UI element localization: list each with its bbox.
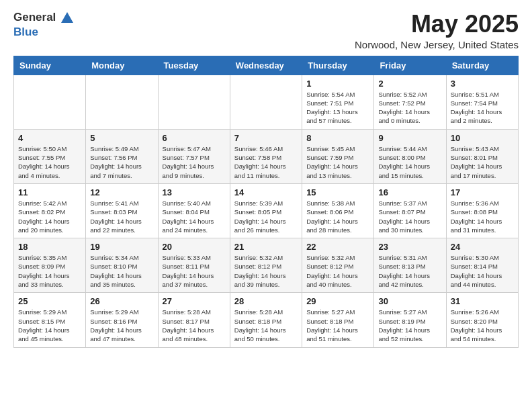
day-number: 8: [306, 133, 369, 143]
cell-info: Sunrise: 5:51 AM Sunset: 7:54 PM Dayligh…: [451, 90, 514, 126]
calendar-cell: 1Sunrise: 5:54 AM Sunset: 7:51 PM Daylig…: [302, 75, 374, 129]
calendar-cell: 27Sunrise: 5:28 AM Sunset: 8:17 PM Dayli…: [158, 293, 230, 347]
logo-icon: [60, 11, 75, 26]
cell-info: Sunrise: 5:40 AM Sunset: 8:04 PM Dayligh…: [163, 199, 226, 234]
day-number: 4: [18, 133, 81, 143]
location-subtitle: Norwood, New Jersey, United States: [355, 39, 519, 50]
cell-info: Sunrise: 5:52 AM Sunset: 7:52 PM Dayligh…: [378, 90, 441, 126]
calendar-cell: 26Sunrise: 5:29 AM Sunset: 8:16 PM Dayli…: [86, 293, 158, 347]
cell-info: Sunrise: 5:38 AM Sunset: 8:06 PM Dayligh…: [306, 199, 369, 234]
logo-general: General: [13, 11, 56, 24]
svg-marker-0: [61, 12, 73, 23]
day-number: 19: [90, 242, 153, 252]
day-number: 5: [90, 133, 153, 143]
day-number: 1: [306, 79, 369, 89]
cell-info: Sunrise: 5:27 AM Sunset: 8:19 PM Dayligh…: [378, 308, 441, 343]
calendar-cell: 29Sunrise: 5:27 AM Sunset: 8:18 PM Dayli…: [302, 293, 374, 347]
calendar-table: SundayMondayTuesdayWednesdayThursdayFrid…: [13, 56, 519, 348]
cell-info: Sunrise: 5:37 AM Sunset: 8:07 PM Dayligh…: [378, 199, 441, 234]
logo-blue: Blue: [13, 26, 38, 38]
day-number: 26: [90, 296, 153, 306]
calendar-cell: 14Sunrise: 5:39 AM Sunset: 8:05 PM Dayli…: [230, 183, 302, 238]
cell-info: Sunrise: 5:34 AM Sunset: 8:10 PM Dayligh…: [90, 253, 153, 289]
day-number: 16: [378, 187, 441, 197]
logo-text: General: [13, 11, 75, 26]
day-number: 3: [451, 79, 514, 89]
calendar-cell: 8Sunrise: 5:45 AM Sunset: 7:59 PM Daylig…: [302, 129, 374, 183]
weekday-header-monday: Monday: [86, 56, 158, 75]
cell-info: Sunrise: 5:32 AM Sunset: 8:12 PM Dayligh…: [306, 253, 369, 289]
calendar-cell: 28Sunrise: 5:28 AM Sunset: 8:18 PM Dayli…: [230, 293, 302, 347]
cell-info: Sunrise: 5:27 AM Sunset: 8:18 PM Dayligh…: [306, 308, 369, 343]
calendar-cell: 13Sunrise: 5:40 AM Sunset: 8:04 PM Dayli…: [158, 183, 230, 238]
day-number: 12: [90, 187, 153, 197]
calendar-cell: [86, 75, 158, 129]
day-number: 2: [378, 79, 441, 89]
day-number: 28: [234, 296, 298, 306]
calendar-cell: 15Sunrise: 5:38 AM Sunset: 8:06 PM Dayli…: [302, 183, 374, 238]
calendar-cell: [14, 75, 86, 129]
title-area: May 2025 Norwood, New Jersey, United Sta…: [355, 11, 519, 50]
day-number: 9: [378, 133, 441, 143]
day-number: 11: [18, 187, 81, 197]
weekday-header-wednesday: Wednesday: [230, 56, 302, 75]
cell-info: Sunrise: 5:36 AM Sunset: 8:08 PM Dayligh…: [451, 199, 514, 234]
cell-info: Sunrise: 5:43 AM Sunset: 8:01 PM Dayligh…: [451, 144, 514, 180]
calendar-cell: 11Sunrise: 5:42 AM Sunset: 8:02 PM Dayli…: [14, 183, 86, 238]
day-number: 31: [451, 296, 514, 306]
day-number: 25: [18, 296, 81, 306]
calendar-cell: 12Sunrise: 5:41 AM Sunset: 8:03 PM Dayli…: [86, 183, 158, 238]
day-number: 21: [234, 242, 298, 252]
day-number: 18: [18, 242, 81, 252]
calendar-cell: [158, 75, 230, 129]
cell-info: Sunrise: 5:26 AM Sunset: 8:20 PM Dayligh…: [451, 308, 514, 343]
day-number: 27: [163, 296, 226, 306]
calendar-cell: 4Sunrise: 5:50 AM Sunset: 7:55 PM Daylig…: [14, 129, 86, 183]
day-number: 24: [451, 242, 514, 252]
day-number: 17: [451, 187, 514, 197]
day-number: 14: [234, 187, 298, 197]
cell-info: Sunrise: 5:49 AM Sunset: 7:56 PM Dayligh…: [90, 144, 153, 180]
calendar-cell: 25Sunrise: 5:29 AM Sunset: 8:15 PM Dayli…: [14, 293, 86, 347]
calendar-cell: 7Sunrise: 5:46 AM Sunset: 7:58 PM Daylig…: [230, 129, 302, 183]
cell-info: Sunrise: 5:39 AM Sunset: 8:05 PM Dayligh…: [234, 199, 298, 234]
day-number: 7: [234, 133, 298, 143]
calendar-cell: 31Sunrise: 5:26 AM Sunset: 8:20 PM Dayli…: [446, 293, 518, 347]
month-title: May 2025: [355, 11, 519, 38]
week-row-2: 4Sunrise: 5:50 AM Sunset: 7:55 PM Daylig…: [14, 129, 519, 183]
weekday-header-thursday: Thursday: [302, 56, 374, 75]
week-row-5: 25Sunrise: 5:29 AM Sunset: 8:15 PM Dayli…: [14, 293, 519, 347]
calendar-cell: 24Sunrise: 5:30 AM Sunset: 8:14 PM Dayli…: [446, 238, 518, 293]
day-number: 23: [378, 242, 441, 252]
cell-info: Sunrise: 5:29 AM Sunset: 8:16 PM Dayligh…: [90, 308, 153, 343]
cell-info: Sunrise: 5:35 AM Sunset: 8:09 PM Dayligh…: [18, 253, 81, 289]
cell-info: Sunrise: 5:32 AM Sunset: 8:12 PM Dayligh…: [234, 253, 298, 289]
day-number: 22: [306, 242, 369, 252]
cell-info: Sunrise: 5:30 AM Sunset: 8:14 PM Dayligh…: [451, 253, 514, 289]
calendar-cell: 6Sunrise: 5:47 AM Sunset: 7:57 PM Daylig…: [158, 129, 230, 183]
cell-info: Sunrise: 5:50 AM Sunset: 7:55 PM Dayligh…: [18, 144, 81, 180]
calendar-cell: 20Sunrise: 5:33 AM Sunset: 8:11 PM Dayli…: [158, 238, 230, 293]
calendar-cell: 10Sunrise: 5:43 AM Sunset: 8:01 PM Dayli…: [446, 129, 518, 183]
calendar-cell: 21Sunrise: 5:32 AM Sunset: 8:12 PM Dayli…: [230, 238, 302, 293]
day-number: 6: [163, 133, 226, 143]
cell-info: Sunrise: 5:28 AM Sunset: 8:18 PM Dayligh…: [234, 308, 298, 343]
calendar-cell: 2Sunrise: 5:52 AM Sunset: 7:52 PM Daylig…: [374, 75, 446, 129]
calendar-cell: [230, 75, 302, 129]
weekday-header-friday: Friday: [374, 56, 446, 75]
cell-info: Sunrise: 5:54 AM Sunset: 7:51 PM Dayligh…: [306, 90, 369, 126]
logo: General Blue: [13, 11, 75, 39]
cell-info: Sunrise: 5:33 AM Sunset: 8:11 PM Dayligh…: [163, 253, 226, 289]
calendar-cell: 16Sunrise: 5:37 AM Sunset: 8:07 PM Dayli…: [374, 183, 446, 238]
calendar-cell: 19Sunrise: 5:34 AM Sunset: 8:10 PM Dayli…: [86, 238, 158, 293]
calendar-cell: 22Sunrise: 5:32 AM Sunset: 8:12 PM Dayli…: [302, 238, 374, 293]
day-number: 10: [451, 133, 514, 143]
cell-info: Sunrise: 5:44 AM Sunset: 8:00 PM Dayligh…: [378, 144, 441, 180]
calendar-cell: 30Sunrise: 5:27 AM Sunset: 8:19 PM Dayli…: [374, 293, 446, 347]
calendar-cell: 5Sunrise: 5:49 AM Sunset: 7:56 PM Daylig…: [86, 129, 158, 183]
cell-info: Sunrise: 5:41 AM Sunset: 8:03 PM Dayligh…: [90, 199, 153, 234]
day-number: 30: [378, 296, 441, 306]
cell-info: Sunrise: 5:28 AM Sunset: 8:17 PM Dayligh…: [163, 308, 226, 343]
week-row-4: 18Sunrise: 5:35 AM Sunset: 8:09 PM Dayli…: [14, 238, 519, 293]
cell-info: Sunrise: 5:47 AM Sunset: 7:57 PM Dayligh…: [163, 144, 226, 180]
